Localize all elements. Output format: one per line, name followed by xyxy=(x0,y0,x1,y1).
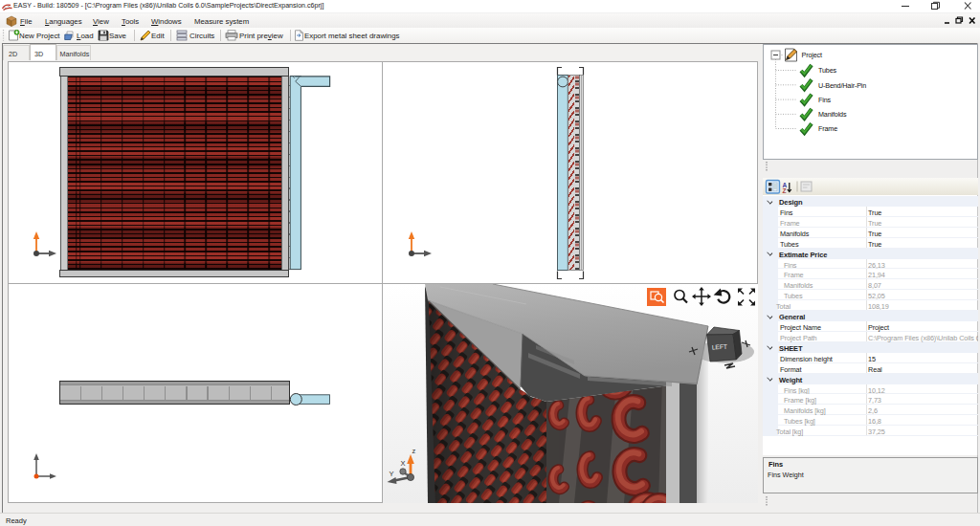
svg-text:z: z xyxy=(412,447,416,455)
svg-text:Fins: Fins xyxy=(818,96,832,104)
svg-text:Frame: Frame xyxy=(818,124,837,133)
svg-text:U-Bend/Hair-Pin: U-Bend/Hair-Pin xyxy=(818,81,866,90)
svg-text:Tubes: Tubes xyxy=(818,66,837,75)
svg-text:X: X xyxy=(401,459,406,468)
svg-text:Z: Z xyxy=(783,187,787,194)
svg-text:Y: Y xyxy=(390,470,394,478)
svg-text:LEFT: LEFT xyxy=(712,343,727,351)
svg-text:Project: Project xyxy=(802,51,822,59)
svg-text:Manifolds: Manifolds xyxy=(818,110,847,119)
